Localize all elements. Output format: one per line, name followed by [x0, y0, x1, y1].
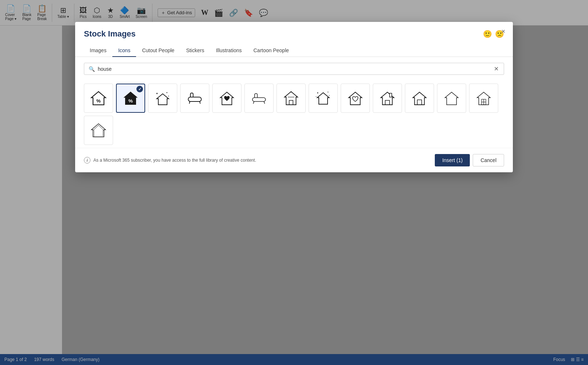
dialog-title: Stock Images — [84, 29, 136, 39]
search-input[interactable] — [98, 66, 490, 72]
tab-stickers[interactable]: Stickers — [180, 45, 210, 57]
tab-cartoon-people[interactable]: Cartoon People — [248, 45, 295, 57]
dialog-header: Stock Images 🙂 🙁 × — [75, 22, 513, 39]
house-percent-filled-svg: % — [122, 89, 139, 107]
svg-text:✦: ✦ — [156, 92, 158, 95]
selected-check — [136, 86, 143, 92]
tab-cutout-people[interactable]: Cutout People — [136, 45, 180, 57]
house-heart2-svg — [347, 89, 364, 107]
svg-text:✦: ✦ — [329, 95, 330, 96]
house-window-svg — [475, 89, 492, 107]
icon-house-window[interactable] — [469, 84, 498, 113]
house-sparkle-svg: ✦ ✦ ✦ — [154, 89, 171, 107]
info-icon: i — [84, 157, 90, 164]
icon-house-double[interactable] — [84, 116, 113, 145]
icon-house-simple[interactable] — [405, 84, 434, 113]
bathtub-svg — [186, 89, 204, 107]
svg-text:✦: ✦ — [317, 92, 319, 94]
cancel-button[interactable]: Cancel — [473, 154, 504, 166]
svg-rect-19 — [417, 100, 422, 105]
house-double-svg — [90, 122, 107, 139]
search-clear-button[interactable]: ✕ — [493, 65, 499, 72]
modal-overlay: Stock Images 🙂 🙁 × Images Icons Cutout P… — [0, 0, 588, 365]
icon-bathtub-outline[interactable] — [244, 84, 274, 113]
tab-illustrations[interactable]: Illustrations — [210, 45, 248, 57]
svg-line-7 — [200, 101, 201, 104]
svg-rect-5 — [188, 97, 201, 101]
svg-line-10 — [264, 101, 265, 104]
stock-images-dialog: Stock Images 🙂 🙁 × Images Icons Cutout P… — [75, 22, 513, 172]
icon-house-heart2[interactable] — [341, 84, 370, 113]
dialog-footer: i As a Microsoft 365 subscriber, you hav… — [75, 148, 513, 172]
house-sparkle2-svg: ✦ ✦ ✦ ✦ — [314, 89, 332, 107]
info-text: i As a Microsoft 365 subscriber, you hav… — [84, 157, 256, 164]
icon-house-percent-filled[interactable]: % — [116, 84, 145, 113]
svg-line-9 — [253, 101, 254, 104]
house-chimney-svg — [379, 89, 396, 107]
dialog-actions: Insert (1) Cancel — [435, 154, 504, 166]
svg-text:%: % — [128, 98, 133, 104]
search-icon: 🔍 — [89, 66, 95, 72]
house-door-svg — [282, 89, 300, 107]
icon-house-sparkle[interactable]: ✦ ✦ ✦ — [148, 84, 177, 113]
icon-bathtub[interactable] — [180, 84, 209, 113]
svg-line-6 — [189, 101, 190, 104]
smiley-icon: 🙂 — [483, 30, 492, 38]
tab-icons[interactable]: Icons — [112, 45, 136, 57]
dialog-tabs: Images Icons Cutout People Stickers Illu… — [75, 39, 513, 57]
svg-rect-18 — [385, 100, 390, 105]
house-simple-svg — [411, 89, 428, 107]
close-button[interactable]: × — [498, 26, 508, 36]
icons-row: % % ✦ ✦ ✦ — [84, 84, 504, 145]
icon-house-chimney[interactable] — [373, 84, 402, 113]
icon-house-sparkle2[interactable]: ✦ ✦ ✦ ✦ — [309, 84, 338, 113]
icon-house-minimal[interactable] — [437, 84, 466, 113]
bathtub-outline-svg — [250, 89, 268, 107]
svg-rect-11 — [289, 100, 293, 105]
icons-grid: % % ✦ ✦ ✦ — [75, 81, 513, 148]
icon-house-percent[interactable]: % — [84, 84, 113, 113]
svg-text:✦: ✦ — [166, 92, 168, 94]
svg-text:✦: ✦ — [168, 95, 169, 97]
info-message: As a Microsoft 365 subscriber, you have … — [93, 158, 256, 163]
icon-house-door[interactable] — [276, 84, 306, 113]
house-percent-svg: % — [90, 89, 107, 107]
house-heart-svg — [218, 89, 236, 107]
icon-house-heart[interactable] — [212, 84, 241, 113]
svg-rect-17 — [390, 93, 392, 97]
svg-text:✦: ✦ — [327, 91, 329, 93]
search-area: 🔍 ✕ — [75, 57, 513, 81]
house-minimal-svg — [443, 89, 460, 107]
tab-images[interactable]: Images — [84, 45, 112, 57]
search-container: 🔍 ✕ — [84, 63, 504, 75]
insert-button[interactable]: Insert (1) — [435, 154, 470, 166]
svg-text:%: % — [96, 98, 101, 104]
svg-text:✦: ✦ — [316, 96, 317, 97]
svg-rect-8 — [252, 98, 266, 102]
